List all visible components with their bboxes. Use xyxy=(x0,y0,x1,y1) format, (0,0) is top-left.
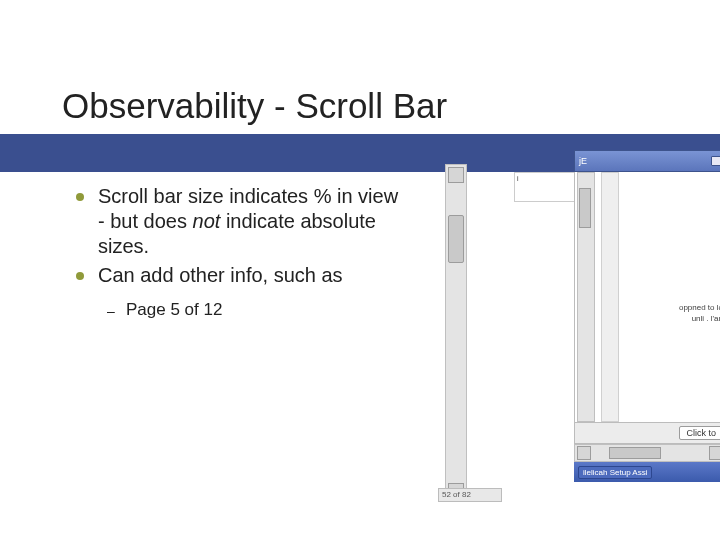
scrollbar-example-1 xyxy=(445,164,475,502)
bullet-icon xyxy=(76,193,84,201)
slide-title: Observability - Scroll Bar xyxy=(62,86,447,126)
list-item-text: Can add other info, such as xyxy=(98,263,343,288)
dash-icon: – xyxy=(106,303,116,319)
horizontal-scrollbar[interactable] xyxy=(574,444,720,462)
text-line: unli . l'an xyxy=(679,313,720,324)
window-fragment: jE oppned to lo unli . l'an Click to ile… xyxy=(574,150,720,502)
list-item-text: Scroll bar size indicates % in view - bu… xyxy=(98,184,406,259)
page-status: 52 of 82 xyxy=(438,488,502,502)
list-item: Can add other info, such as xyxy=(76,263,406,288)
sub-list-item: – Page 5 of 12 xyxy=(106,300,406,320)
taskbar-item[interactable]: ilelicah Setup Assi xyxy=(578,466,652,479)
taskbar: ilelicah Setup Assi xyxy=(574,462,720,482)
action-button[interactable]: Click to xyxy=(679,426,720,440)
window-control-icon[interactable] xyxy=(711,156,720,166)
window-content: oppned to lo unli . l'an xyxy=(574,172,720,422)
text-line: oppned to lo xyxy=(679,302,720,313)
scrollbar-track-secondary[interactable] xyxy=(601,172,619,422)
scrollbar-track[interactable] xyxy=(445,164,467,502)
text-pre: Can add other info, such as xyxy=(98,264,343,286)
list-item: Scroll bar size indicates % in view - bu… xyxy=(76,184,406,259)
slide: Observability - Scroll Bar Scroll bar si… xyxy=(0,0,720,540)
button-row: Click to xyxy=(574,422,720,444)
scroll-up-arrow-icon[interactable] xyxy=(448,167,464,183)
body-text: Scroll bar size indicates % in view - bu… xyxy=(76,184,406,320)
sub-list: – Page 5 of 12 xyxy=(106,300,406,320)
scroll-left-arrow-icon[interactable] xyxy=(577,446,591,460)
text-em: not xyxy=(193,210,221,232)
scrollbar-thumb[interactable] xyxy=(579,188,591,228)
scrollbar-thumb[interactable] xyxy=(609,447,661,459)
scroll-right-arrow-icon[interactable] xyxy=(709,446,720,460)
sub-list-text: Page 5 of 12 xyxy=(126,300,222,320)
content-text-fragment: oppned to lo unli . l'an xyxy=(679,302,720,324)
window-tab-label: jE xyxy=(579,156,587,166)
bullet-list: Scroll bar size indicates % in view - bu… xyxy=(76,184,406,288)
window-titlebar[interactable]: jE xyxy=(574,150,720,172)
bullet-icon xyxy=(76,272,84,280)
scrollbar-thumb[interactable] xyxy=(448,215,464,263)
